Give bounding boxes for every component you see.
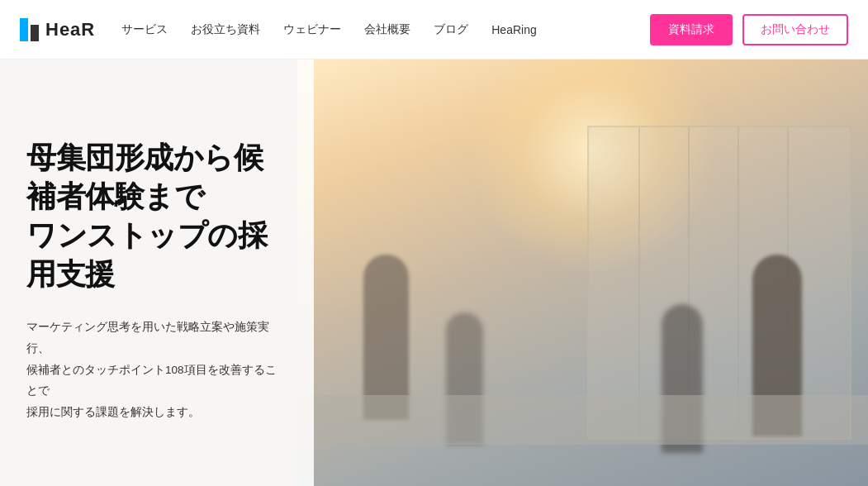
- logo-icon: [20, 18, 39, 41]
- hero-heading-line1: 母集団形成から候補者体験まで: [26, 141, 263, 213]
- logo-block-dark: [31, 25, 39, 41]
- main-nav: サービス お役立ち資料 ウェビナー 会社概要 ブログ HeaRing: [121, 22, 650, 37]
- building-sim: [587, 126, 851, 440]
- floor-sim: [297, 395, 868, 445]
- nav-about[interactable]: 会社概要: [364, 22, 410, 37]
- nav-service[interactable]: サービス: [121, 22, 168, 37]
- hero-sub-line2: 候補者とのタッチポイント108項目を改善することで: [26, 364, 277, 398]
- nav-webinar[interactable]: ウェビナー: [283, 22, 341, 37]
- hero-text-overlay: 母集団形成から候補者体験まで ワンストップの採用支援 マーケティング思考を用いた…: [0, 60, 314, 486]
- hero-heading: 母集団形成から候補者体験まで ワンストップの採用支援: [26, 139, 287, 293]
- header: HeaR サービス お役立ち資料 ウェビナー 会社概要 ブログ HeaRing …: [0, 0, 868, 60]
- nav-blog[interactable]: ブログ: [434, 22, 468, 37]
- nav-hearing[interactable]: HeaRing: [491, 23, 536, 36]
- logo-block-blue: [20, 18, 28, 41]
- hero-section: 母集団形成から候補者体験まで ワンストップの採用支援 マーケティング思考を用いた…: [0, 60, 868, 486]
- hero-sub-line1: マーケティング思考を用いた戦略立案や施策実行、: [26, 321, 269, 355]
- hero-background-image: [297, 60, 868, 486]
- hero-heading-line2: ワンストップの採用支援: [26, 218, 267, 291]
- hero-sub-line3: 採用に関する課題を解決します。: [26, 406, 200, 418]
- header-buttons: 資料請求 お問い合わせ: [650, 14, 848, 45]
- nav-resources[interactable]: お役立ち資料: [191, 22, 260, 37]
- logo-text: HeaR: [45, 19, 95, 40]
- hero-subtext: マーケティング思考を用いた戦略立案や施策実行、 候補者とのタッチポイント108項…: [26, 317, 287, 422]
- contact-button[interactable]: お問い合わせ: [742, 14, 848, 45]
- logo-area[interactable]: HeaR: [20, 18, 95, 41]
- request-materials-button[interactable]: 資料請求: [650, 14, 733, 45]
